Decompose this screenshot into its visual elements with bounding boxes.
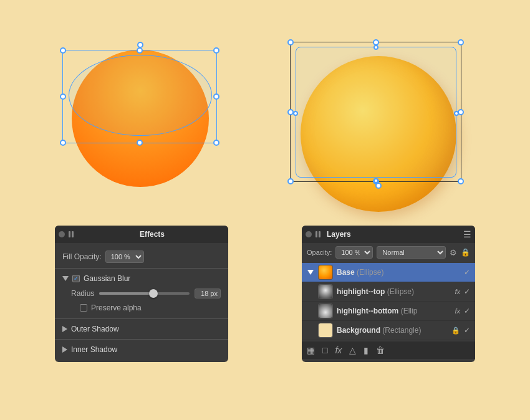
right-circle-container xyxy=(288,12,469,218)
effects-panel-title: Effects xyxy=(80,230,224,239)
gaussian-blur-header[interactable]: Gaussian Blur xyxy=(55,271,228,286)
canvas-area xyxy=(0,0,530,224)
layer-item-base[interactable]: Base (Ellipse) ✓ xyxy=(302,263,475,282)
layer-name-hb: highlight--bottom (Ellip xyxy=(337,307,451,315)
layers-close-dot[interactable] xyxy=(306,231,312,237)
handle-mr[interactable] xyxy=(213,93,219,100)
layer-check-bg[interactable]: ✓ xyxy=(464,326,470,335)
handle-r-bl[interactable] xyxy=(287,178,294,184)
handle-tm[interactable] xyxy=(137,47,143,54)
handle-tl[interactable] xyxy=(60,47,66,54)
handle-bl[interactable] xyxy=(60,140,66,146)
left-circle-container xyxy=(59,19,221,187)
radius-slider-thumb[interactable] xyxy=(149,289,158,298)
outer-shadow-label: Outer Shadow xyxy=(71,325,119,333)
layers-titlebar: Layers ☰ xyxy=(302,226,475,243)
layer-thumb-hb xyxy=(318,303,333,318)
handle-tr[interactable] xyxy=(213,47,219,54)
layer-item-bg[interactable]: Background (Rectangle) 🔒 ✓ xyxy=(302,321,475,340)
layer-fx-ht: fx xyxy=(455,288,460,295)
handle-r-br[interactable] xyxy=(458,178,464,184)
opacity-label: Opacity: xyxy=(307,249,332,256)
gaussian-blur-label: Gaussian Blur xyxy=(84,274,130,283)
radius-slider-fill xyxy=(99,292,153,295)
layer-check-hb[interactable]: ✓ xyxy=(464,307,470,315)
radius-value[interactable]: 18 px xyxy=(195,289,221,298)
handle-bm[interactable] xyxy=(137,140,143,146)
inner-shadow-label: Inner Shadow xyxy=(71,345,117,354)
layers-opacity-row: Opacity: 100 % Normal ⚙ 🔒 xyxy=(302,243,475,262)
handle-ml[interactable] xyxy=(60,93,66,100)
opacity-select[interactable]: 100 % xyxy=(335,246,373,259)
inner-shadow-header[interactable]: Inner Shadow xyxy=(55,342,228,357)
gaussian-blur-arrow xyxy=(62,276,69,281)
layer-name-base: Base (Ellipse) xyxy=(337,268,460,277)
layers-list: Base (Ellipse) ✓ highlight--top (Ellipse… xyxy=(302,262,475,341)
ellipse-handle-top[interactable] xyxy=(373,45,378,50)
new-fill-icon[interactable]: △ xyxy=(349,345,356,355)
rotate-handle-left[interactable] xyxy=(137,42,143,48)
panels-row: Effects Fill Opacity: 100 % Gaussian Blu… xyxy=(0,226,530,362)
blend-mode-select[interactable]: Normal xyxy=(377,246,446,259)
handle-r-tr[interactable] xyxy=(458,39,464,45)
fill-opacity-label: Fill Opacity: xyxy=(62,252,102,261)
effects-panel-body: Fill Opacity: 100 % Gaussian Blur Radius xyxy=(55,243,228,362)
outer-shadow-header[interactable]: Outer Shadow xyxy=(55,322,228,336)
fx-icon[interactable]: fx xyxy=(335,345,342,355)
ellipse-handle-right[interactable] xyxy=(454,111,459,116)
ellipse-handle-bottom[interactable] xyxy=(373,178,378,183)
layer-arrow-base xyxy=(307,270,314,275)
layer-lock-bg: 🔒 xyxy=(451,327,460,335)
handle-r-tl[interactable] xyxy=(287,39,294,45)
radius-row: Radius 18 px xyxy=(55,286,228,302)
layer-thumb-ht xyxy=(318,284,333,299)
layers-panel: Layers ☰ Opacity: 100 % Normal ⚙ 🔒 xyxy=(302,226,475,362)
layer-fx-hb: fx xyxy=(455,307,460,315)
layer-thumb-bg xyxy=(318,323,333,338)
preserve-alpha-row: Preserve alpha xyxy=(55,302,228,316)
layer-check-ht[interactable]: ✓ xyxy=(464,287,470,296)
right-ellipse-select xyxy=(296,47,456,178)
divider-1 xyxy=(55,268,228,269)
fill-opacity-select[interactable]: 100 % xyxy=(105,251,144,263)
layer-check-base[interactable]: ✓ xyxy=(464,268,470,277)
layer-name-ht: highlight--top (Ellipse) xyxy=(337,287,451,296)
new-layer-group-icon[interactable]: ▦ xyxy=(307,345,315,355)
new-layer-icon[interactable]: □ xyxy=(322,345,327,355)
layer-item-highlight-top[interactable]: highlight--top (Ellipse) fx ✓ xyxy=(302,282,475,302)
gear-icon[interactable]: ⚙ xyxy=(450,248,457,257)
pause-icon[interactable] xyxy=(69,231,76,238)
radius-slider-track[interactable] xyxy=(99,292,190,295)
layer-thumb-base xyxy=(318,265,333,280)
layers-footer: ▦ □ fx △ ▮ 🗑 xyxy=(302,341,475,359)
inner-shadow-arrow xyxy=(62,346,67,353)
left-ellipse-select xyxy=(69,55,212,136)
ellipse-handle-left[interactable] xyxy=(293,111,298,116)
preserve-alpha-checkbox[interactable] xyxy=(80,304,87,312)
effects-panel: Effects Fill Opacity: 100 % Gaussian Blu… xyxy=(55,226,228,362)
layers-pause-icon[interactable] xyxy=(316,231,323,238)
layer-item-highlight-bottom[interactable]: highlight--bottom (Ellip fx ✓ xyxy=(302,302,475,321)
handle-br[interactable] xyxy=(213,140,219,146)
layers-menu-icon[interactable]: ☰ xyxy=(463,229,471,239)
gaussian-blur-checkbox[interactable] xyxy=(72,275,80,282)
rotate-handle-right[interactable] xyxy=(375,183,382,189)
delete-icon[interactable]: 🗑 xyxy=(376,345,385,355)
lock-icon[interactable]: 🔒 xyxy=(461,248,470,257)
fill-opacity-row: Fill Opacity: 100 % xyxy=(55,248,228,265)
outer-shadow-arrow xyxy=(62,326,67,332)
duplicate-icon[interactable]: ▮ xyxy=(364,345,369,355)
divider-2 xyxy=(55,318,228,319)
radius-label: Radius xyxy=(71,289,94,298)
effects-titlebar: Effects xyxy=(55,226,228,243)
divider-3 xyxy=(55,339,228,340)
layers-panel-title: Layers xyxy=(327,230,351,239)
preserve-alpha-label: Preserve alpha xyxy=(91,303,142,312)
layer-name-bg: Background (Rectangle) xyxy=(337,326,448,335)
close-dot[interactable] xyxy=(59,231,65,237)
